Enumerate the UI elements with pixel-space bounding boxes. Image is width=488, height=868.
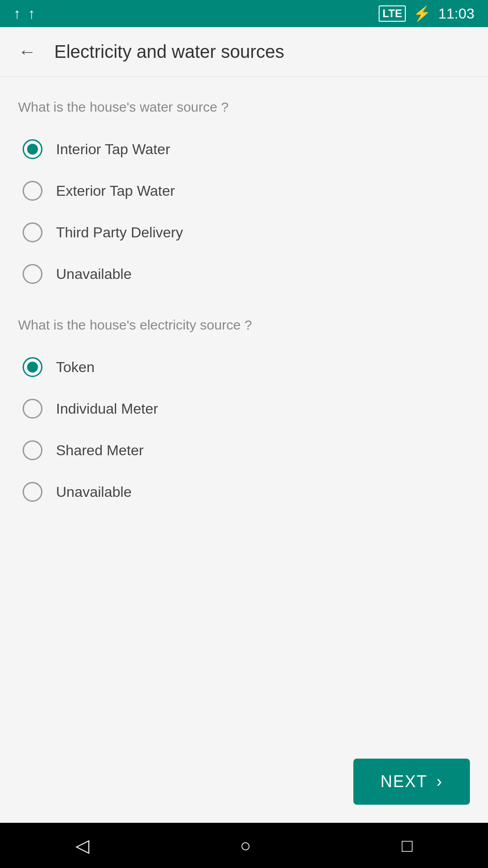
- water-radio-third-party-delivery: [23, 222, 42, 242]
- electricity-option-unavailable[interactable]: Unavailable: [18, 471, 470, 513]
- section-divider: [18, 295, 470, 308]
- nav-home-icon: ○: [240, 835, 251, 856]
- water-radio-inner-interior-tap-water: [27, 144, 38, 155]
- nav-back-icon: ◁: [75, 835, 89, 856]
- page-title: Electricity and water sources: [54, 42, 284, 62]
- bottom-nav-bar: ◁ ○ □: [0, 823, 488, 868]
- electricity-option-individual-meter[interactable]: Individual Meter: [18, 388, 470, 429]
- lte-badge: LTE: [379, 5, 406, 22]
- electricity-radio-token: [23, 357, 42, 377]
- water-radio-interior-tap-water: [23, 139, 42, 159]
- status-bar: ↑ ↑ LTE ⚡ 11:03: [0, 0, 488, 27]
- electricity-source-question: What is the house's electricity source ?: [18, 317, 470, 333]
- water-option-third-party-delivery[interactable]: Third Party Delivery: [18, 212, 470, 253]
- nav-recent-icon: □: [402, 835, 413, 856]
- electricity-label-unavailable: Unavailable: [56, 484, 131, 500]
- status-icons-left: ↑ ↑: [14, 5, 35, 22]
- back-button[interactable]: ←: [14, 37, 41, 66]
- water-option-interior-tap-water[interactable]: Interior Tap Water: [18, 128, 470, 170]
- electricity-label-token: Token: [56, 359, 94, 376]
- water-label-third-party-delivery: Third Party Delivery: [56, 224, 183, 241]
- upload-icon-2: ↑: [28, 5, 35, 22]
- nav-recent-button[interactable]: □: [402, 835, 413, 856]
- water-label-unavailable: Unavailable: [56, 266, 131, 283]
- water-option-unavailable[interactable]: Unavailable: [18, 253, 470, 295]
- water-radio-exterior-tap-water: [23, 181, 42, 201]
- battery-icon: ⚡: [413, 5, 431, 22]
- next-arrow-icon: ›: [436, 772, 443, 791]
- electricity-radio-individual-meter: [23, 399, 42, 419]
- water-option-exterior-tap-water[interactable]: Exterior Tap Water: [18, 170, 470, 212]
- app-bar: ← Electricity and water sources: [0, 27, 488, 77]
- next-button-label: NEXT: [380, 772, 427, 791]
- water-source-section: What is the house's water source ? Inter…: [18, 99, 470, 295]
- main-content: What is the house's water source ? Inter…: [0, 77, 488, 741]
- status-right: LTE ⚡ 11:03: [379, 5, 474, 22]
- water-label-exterior-tap-water: Exterior Tap Water: [56, 183, 175, 199]
- electricity-radio-unavailable: [23, 482, 42, 502]
- electricity-label-shared-meter: Shared Meter: [56, 442, 144, 459]
- water-label-interior-tap-water: Interior Tap Water: [56, 141, 170, 158]
- water-radio-unavailable: [23, 264, 42, 284]
- electricity-radio-inner-token: [27, 362, 38, 373]
- next-button[interactable]: NEXT ›: [353, 759, 470, 805]
- upload-icon-1: ↑: [14, 5, 21, 22]
- electricity-source-section: What is the house's electricity source ?…: [18, 317, 470, 513]
- status-time: 11:03: [438, 5, 474, 22]
- next-button-container: NEXT ›: [0, 741, 488, 823]
- electricity-option-token[interactable]: Token: [18, 346, 470, 388]
- electricity-label-individual-meter: Individual Meter: [56, 401, 158, 417]
- nav-back-button[interactable]: ◁: [75, 835, 89, 856]
- water-source-question: What is the house's water source ?: [18, 99, 470, 115]
- back-arrow-icon: ←: [18, 42, 36, 62]
- electricity-option-shared-meter[interactable]: Shared Meter: [18, 429, 470, 471]
- electricity-radio-shared-meter: [23, 440, 42, 460]
- nav-home-button[interactable]: ○: [240, 835, 251, 856]
